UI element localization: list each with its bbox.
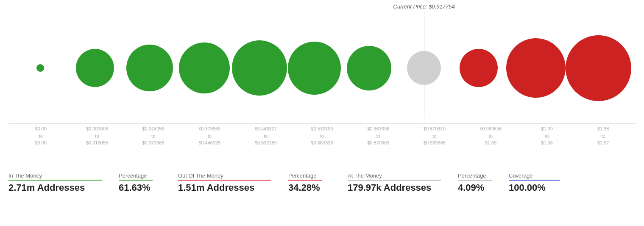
bubbles-area xyxy=(0,13,644,123)
atm-percentage-group: Percentage 4.09% xyxy=(458,172,492,193)
coverage-group: Coverage 100.00% xyxy=(509,172,560,193)
price-label-5: $0.532190to$0.663336 xyxy=(294,125,350,147)
divider xyxy=(8,123,636,124)
price-label-0: $0.00to$0.00 xyxy=(13,125,69,147)
bubble-column-0 xyxy=(13,64,67,72)
at-money-group: At The Money 179.97k Addresses xyxy=(348,172,441,193)
bubble-column-8 xyxy=(452,49,506,87)
out-of-money-value: 1.51m Addresses xyxy=(178,182,271,193)
price-label-7: $0.870610to$0.969688 xyxy=(406,125,463,147)
itm-percentage-group: Percentage 61.63% xyxy=(119,172,153,193)
at-money-label: At The Money xyxy=(348,172,441,180)
atm-percentage-value: 4.09% xyxy=(458,182,492,193)
bubble-column-7 xyxy=(397,51,452,85)
at-money-underline xyxy=(348,180,441,181)
coverage-underline xyxy=(509,180,560,181)
bubble-4 xyxy=(232,40,287,96)
otm-percentage-underline xyxy=(288,180,322,181)
in-the-money-group: In The Money 2.71m Addresses xyxy=(8,172,102,193)
coverage-label: Coverage xyxy=(509,172,560,180)
itm-percentage-label: Percentage xyxy=(119,172,153,180)
bubble-5 xyxy=(288,42,341,95)
otm-percentage-value: 34.28% xyxy=(288,182,322,193)
atm-percentage-underline xyxy=(458,180,492,181)
in-the-money-label: In The Money xyxy=(8,172,102,180)
price-label-4: $0.446327to$0.532189 xyxy=(238,125,294,147)
bubble-column-9 xyxy=(506,38,566,98)
bubble-9 xyxy=(506,38,566,98)
bubble-10 xyxy=(566,35,631,101)
price-label-9: $1.09to$1.38 xyxy=(519,125,575,147)
bubble-column-10 xyxy=(566,35,631,101)
bubble-column-4 xyxy=(232,40,287,96)
out-of-money-group: Out Of The Money 1.51m Addresses xyxy=(178,172,271,193)
otm-percentage-label: Percentage xyxy=(288,172,322,180)
bubble-6 xyxy=(347,46,391,90)
price-label-10: $1.38to$2.97 xyxy=(575,125,631,147)
otm-percentage-group: Percentage 34.28% xyxy=(288,172,322,193)
price-label-2: $0.316056to$0.373568 xyxy=(125,125,181,147)
bubble-column-3 xyxy=(177,42,232,93)
out-of-money-underline xyxy=(178,180,271,181)
stats-row: In The Money 2.71m Addresses Percentage … xyxy=(8,170,636,193)
bubble-column-1 xyxy=(67,49,122,87)
price-label-6: $0.663336to$0.870603 xyxy=(350,125,407,147)
bubble-3 xyxy=(179,42,230,93)
out-of-money-label: Out Of The Money xyxy=(178,172,271,180)
legend-area: In The Money 2.71m Addresses Percentage … xyxy=(8,170,636,193)
bubble-column-2 xyxy=(123,45,177,91)
chart-container: Current Price: $0.917754 $0.00to$0.00$0.… xyxy=(0,0,644,226)
coverage-value: 100.00% xyxy=(509,182,560,193)
bubble-7 xyxy=(407,51,441,85)
atm-percentage-label: Percentage xyxy=(458,172,492,180)
price-label-1: $0.000006to$0.316055 xyxy=(69,125,125,147)
bubble-2 xyxy=(126,45,173,91)
current-price-label: Current Price: $0.917754 xyxy=(393,3,454,10)
price-label-8: $0.969696to$1.09 xyxy=(463,125,519,147)
at-money-value: 179.97k Addresses xyxy=(348,182,441,193)
in-the-money-value: 2.71m Addresses xyxy=(8,182,102,193)
bubble-column-6 xyxy=(342,46,396,90)
bubble-column-5 xyxy=(287,42,342,95)
bubble-0 xyxy=(36,64,44,72)
price-label-3: $0.373569to$0.446325 xyxy=(181,125,238,147)
bubble-1 xyxy=(76,49,114,87)
bubble-8 xyxy=(460,49,498,87)
in-the-money-underline xyxy=(8,180,102,181)
price-labels-area: $0.00to$0.00$0.000006to$0.316055$0.31605… xyxy=(0,125,644,147)
itm-percentage-underline xyxy=(119,180,153,181)
itm-percentage-value: 61.63% xyxy=(119,182,153,193)
